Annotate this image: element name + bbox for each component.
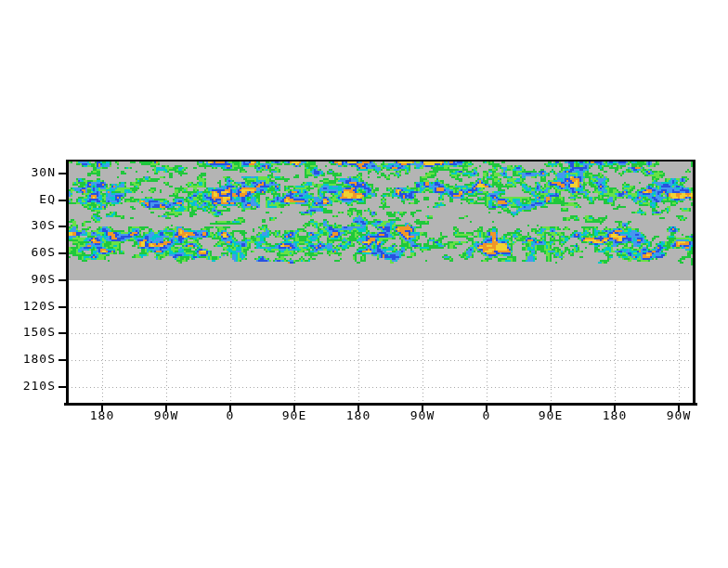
y-tick: [58, 279, 66, 281]
x-axis-line: [64, 403, 697, 406]
x-axis-label: 90E: [266, 409, 322, 422]
dotted-gridlines: [0, 0, 728, 568]
y-axis-label: 90S: [6, 273, 56, 286]
plot-frame-top-line: [66, 160, 696, 161]
x-axis-label: 180: [587, 409, 643, 422]
y-axis-label: 180S: [6, 353, 56, 366]
y-axis-label: 120S: [6, 300, 56, 313]
x-axis-label: 90W: [651, 409, 707, 422]
y-tick: [58, 200, 66, 201]
y-tick: [58, 226, 66, 227]
y-tick: [58, 386, 66, 388]
y-tick: [58, 306, 66, 308]
y-tick: [58, 173, 66, 174]
y-axis-label: 150S: [6, 326, 56, 339]
y-tick: [58, 252, 66, 254]
x-axis-label: 90W: [395, 409, 450, 422]
y-axis-label: 30N: [6, 166, 56, 179]
x-axis-label: 0: [459, 409, 514, 422]
y-tick: [58, 359, 66, 361]
plot-frame-right-line: [693, 160, 696, 406]
y-axis-label: 30S: [6, 219, 56, 232]
y-axis-label: 60S: [6, 246, 56, 259]
y-axis-line: [66, 160, 69, 406]
x-axis-label: 0: [202, 409, 258, 422]
x-axis-label: 180: [74, 409, 130, 422]
plot-figure: 30NEQ30S60S90S120S150S180S210S 18090W090…: [0, 0, 728, 568]
y-tick: [58, 332, 66, 334]
y-axis-label: 210S: [6, 380, 56, 393]
x-axis-label: 90W: [138, 409, 194, 422]
x-axis-label: 180: [331, 409, 386, 422]
y-axis-label: EQ: [6, 193, 56, 206]
x-axis-label: 90E: [523, 409, 578, 422]
